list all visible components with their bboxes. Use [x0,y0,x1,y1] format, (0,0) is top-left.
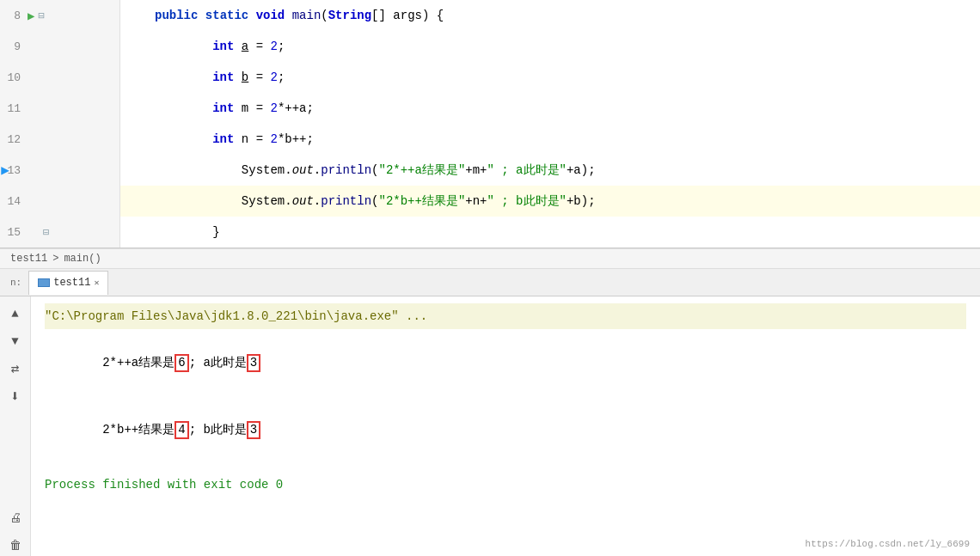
output2-mid: ; b此时是 [189,423,247,437]
line-content-9: int a = 2; [120,31,980,62]
output1-mid: ; a此时是 [189,356,247,370]
run-prefix-label: n: [7,278,28,288]
line-number-9: 9 [3,40,28,53]
output2-value2: 3 [247,421,260,439]
trash-btn[interactable]: 🗑 [5,535,26,556]
scroll-down-btn[interactable]: ▼ [5,331,26,351]
console-sidebar: ▲ ▼ ⇄ ⬇ 🖨 🗑 [0,296,31,556]
breadcrumb-class: test11 [10,253,47,265]
line-number-12: 12 [3,133,28,146]
execution-arrow-13: ▶ [1,162,9,179]
output-line-2: 2*b++结果是4; b此时是3 [45,396,966,463]
gutter-9: 9 [0,31,120,62]
code-line-13: ▶ 13 System.out.println("2*++a结果是"+m+" ;… [0,155,980,186]
console-area: n: test11 ✕ ▲ ▼ ⇄ ⬇ 🖨 🗑 "C:\Program File… [0,269,980,556]
gutter-12: 12 [0,124,120,155]
console-output: "C:\Program Files\Java\jdk1.8.0_221\bin\… [31,296,980,556]
scroll-up-btn[interactable]: ▲ [5,303,26,324]
gutter-10: 10 [0,62,120,93]
cmd-line: "C:\Program Files\Java\jdk1.8.0_221\bin\… [45,303,966,329]
code-lines: 8 ▶ ⊟ public static void main(String[] a… [0,0,980,247]
code-line-9: 9 int a = 2; [0,31,980,62]
output2-prefix: 2*b++结果是 [102,423,175,437]
tab-icon [38,278,50,287]
watermark: https://blog.csdn.net/ly_6699 [805,539,970,549]
stop-btn[interactable]: ⬇ [5,386,26,406]
code-line-10: 10 int b = 2; [0,62,980,93]
line-number-8: 8 [3,9,28,22]
line-content-13: System.out.println("2*++a结果是"+m+" ; a此时是… [120,155,980,186]
output-line-1: 2*++a结果是6; a此时是3 [45,329,966,396]
output1-value: 6 [175,354,188,372]
console-tabs: n: test11 ✕ [0,269,980,296]
line-number-15: 15 [3,226,28,239]
code-line-15: 15 ⊟ } [0,217,980,247]
code-line-11: 11 int m = 2*++a; [0,93,980,124]
line-content-15: } [120,217,980,247]
print-btn[interactable]: 🖨 [5,508,26,529]
gutter-14: 14 [0,186,120,217]
tab-close-btn[interactable]: ✕ [94,278,99,288]
code-line-12: 12 int n = 2*b++; [0,124,980,155]
code-line-14: 14 System.out.println("2*b++结果是"+n+" ; b… [0,186,980,217]
process-line: Process finished with exit code 0 [45,474,966,496]
console-tab-label: test11 [53,277,90,289]
line-number-11: 11 [3,102,28,115]
output1-prefix: 2*++a结果是 [102,356,175,370]
run-icon-8[interactable]: ▶ [28,9,34,23]
gutter-11: 11 [0,93,120,124]
line-content-8: public static void main(String[] args) { [120,0,980,31]
line-number-10: 10 [3,71,28,84]
line-content-12: int n = 2*b++; [120,124,980,155]
code-editor: 8 ▶ ⊟ public static void main(String[] a… [0,0,980,248]
gutter-15: 15 ⊟ [0,217,120,247]
console-tab-test11[interactable]: test11 ✕ [28,271,108,295]
breadcrumb: test11 > main() [0,248,980,269]
line-content-10: int b = 2; [120,62,980,93]
line-content-14: System.out.println("2*b++结果是"+n+" ; b此时是… [120,186,980,217]
console-body: ▲ ▼ ⇄ ⬇ 🖨 🗑 "C:\Program Files\Java\jdk1.… [0,296,980,556]
gutter-8: 8 ▶ ⊟ [0,0,120,31]
bookmark-icon-15[interactable]: ⊟ [43,226,49,239]
breadcrumb-method: main() [64,253,101,265]
output2-value: 4 [175,421,188,439]
code-line-8: 8 ▶ ⊟ public static void main(String[] a… [0,0,980,31]
gutter-13: 13 [0,155,120,186]
rerun-btn[interactable]: ⇄ [5,358,26,379]
output1-value2: 3 [247,354,260,372]
breadcrumb-separator: > [52,253,58,265]
bookmark-icon-8[interactable]: ⊟ [38,9,44,22]
line-number-14: 14 [3,195,28,208]
line-content-11: int m = 2*++a; [120,93,980,124]
